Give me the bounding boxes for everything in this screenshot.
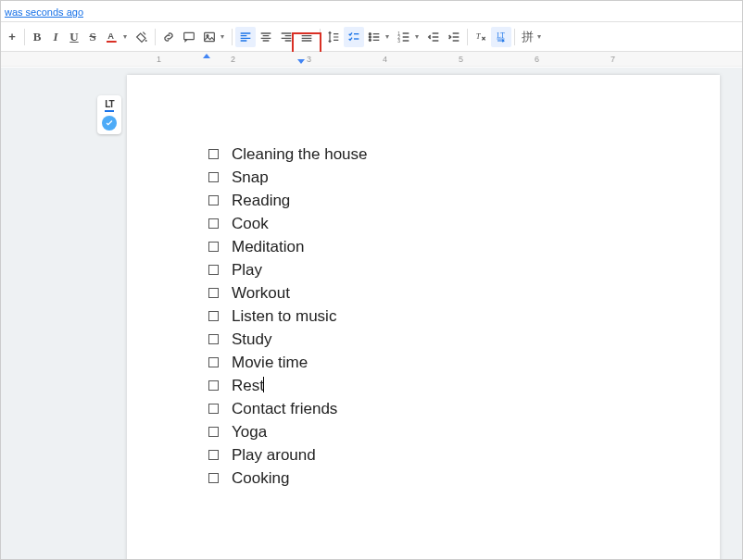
checklist-item-text[interactable]: Cleaning the house: [232, 143, 368, 167]
svg-text:A: A: [107, 31, 114, 41]
numbered-list-button[interactable]: 123: [394, 27, 414, 47]
checklist-item[interactable]: Workout: [208, 282, 368, 305]
align-justify-button[interactable]: [296, 27, 317, 47]
svg-point-2: [145, 40, 147, 42]
ruler-tick: 2: [231, 55, 235, 64]
checklist-item[interactable]: Cook: [208, 213, 368, 236]
checklist-item-text[interactable]: Play: [232, 259, 262, 282]
checkbox-icon[interactable]: [208, 311, 219, 321]
svg-point-8: [369, 39, 371, 41]
lt-icon: LT: [105, 99, 113, 112]
separator: [232, 29, 233, 45]
underline-button[interactable]: U: [65, 27, 83, 47]
ruler-tick: 5: [459, 55, 463, 64]
checklist-button[interactable]: [344, 27, 364, 47]
checklist-item-text[interactable]: Rest: [232, 375, 264, 398]
checkbox-icon[interactable]: [208, 450, 219, 460]
checklist-item-text[interactable]: Meditation: [232, 236, 304, 259]
ruler-tick: 1: [157, 55, 161, 64]
document-content[interactable]: Cleaning the houseSnapReadingCookMeditat…: [208, 143, 368, 491]
checklist-item-text[interactable]: Contact friends: [232, 398, 337, 421]
checklist-item-text[interactable]: Snap: [232, 167, 269, 190]
last-edit-link[interactable]: was seconds ago: [5, 6, 83, 18]
checkbox-icon[interactable]: [208, 149, 219, 159]
image-button[interactable]: [199, 27, 220, 47]
checklist-item-text[interactable]: Movie time: [232, 352, 308, 375]
checklist-item[interactable]: Cleaning the house: [208, 143, 368, 167]
checkbox-icon[interactable]: [208, 334, 219, 344]
checkbox-icon[interactable]: [208, 195, 219, 205]
outdent-button[interactable]: [423, 27, 444, 47]
checklist-item[interactable]: Contact friends: [208, 398, 368, 421]
svg-rect-4: [205, 32, 215, 41]
checklist-item[interactable]: Meditation: [208, 236, 368, 259]
checklist-item[interactable]: Reading: [208, 190, 368, 213]
bold-button[interactable]: B: [28, 27, 46, 47]
ruler-tick: 6: [535, 55, 539, 64]
checklist-item[interactable]: Cooking: [208, 467, 368, 491]
checklist-item-text[interactable]: Cooking: [232, 467, 289, 491]
checklist-item-text[interactable]: Workout: [232, 282, 290, 305]
document-page[interactable]: Cleaning the houseSnapReadingCookMeditat…: [127, 75, 720, 559]
ruler-tick: 7: [611, 55, 615, 64]
workspace: Cleaning the houseSnapReadingCookMeditat…: [1, 68, 742, 559]
checklist-item-text[interactable]: Yoga: [232, 421, 267, 444]
strikethrough-button[interactable]: S: [83, 27, 102, 47]
checklist-item-text[interactable]: Study: [232, 329, 271, 352]
checkbox-icon[interactable]: [208, 172, 219, 182]
checklist-item-text[interactable]: Reading: [232, 190, 290, 213]
align-center-button[interactable]: [256, 27, 276, 47]
svg-text:LT: LT: [497, 31, 505, 39]
checklist-item[interactable]: Play: [208, 259, 368, 282]
toolbar: + B I U S A ▾ ▾ ▾ 123 ▾: [1, 22, 742, 52]
checkbox-icon[interactable]: [208, 357, 219, 367]
align-left-button[interactable]: [235, 27, 256, 47]
pinyin-button[interactable]: 拼: [518, 27, 536, 47]
clear-format-button[interactable]: T: [471, 27, 491, 47]
separator: [155, 29, 156, 45]
checkbox-icon[interactable]: [208, 404, 219, 414]
font-color-button[interactable]: A: [102, 27, 122, 47]
svg-point-6: [369, 32, 371, 34]
ruler-tick: 3: [307, 55, 311, 64]
link-button[interactable]: [158, 27, 179, 47]
separator: [514, 29, 515, 45]
checklist-item-text[interactable]: Listen to music: [232, 305, 336, 329]
bullet-list-button[interactable]: [364, 27, 384, 47]
separator: [24, 29, 25, 45]
svg-text:T: T: [476, 31, 482, 41]
ruler[interactable]: 1234567: [1, 52, 742, 67]
checklist-item[interactable]: Play around: [208, 444, 368, 467]
checkbox-icon[interactable]: [208, 218, 219, 229]
checkbox-icon[interactable]: [208, 380, 219, 391]
line-spacing-button[interactable]: [323, 27, 344, 47]
format-paint-button[interactable]: [132, 27, 152, 47]
checklist-item[interactable]: Snap: [208, 167, 368, 190]
checkbox-icon[interactable]: [208, 427, 219, 437]
checklist-item-text[interactable]: Play around: [232, 444, 316, 467]
language-tool-gadget[interactable]: LT: [97, 95, 121, 134]
check-circle-icon: [102, 116, 117, 131]
separator: [467, 29, 468, 45]
svg-text:3: 3: [397, 39, 400, 44]
indent-button[interactable]: [444, 27, 464, 47]
comment-button[interactable]: [179, 27, 199, 47]
left-indent-marker[interactable]: [297, 59, 305, 64]
first-line-indent-marker[interactable]: [203, 54, 210, 58]
separator: [320, 29, 321, 45]
align-right-button[interactable]: [276, 27, 296, 47]
checkbox-icon[interactable]: [208, 288, 219, 298]
italic-button[interactable]: I: [46, 27, 65, 47]
checkbox-icon[interactable]: [208, 473, 219, 483]
new-button[interactable]: +: [3, 27, 21, 47]
checklist-item[interactable]: Study: [208, 329, 368, 352]
checklist-item[interactable]: Rest: [208, 375, 368, 398]
checkbox-icon[interactable]: [208, 265, 219, 275]
checklist-item[interactable]: Yoga: [208, 421, 368, 444]
text-direction-button[interactable]: LT: [491, 27, 511, 47]
checklist-item-text[interactable]: Cook: [232, 213, 269, 236]
checklist-item[interactable]: Movie time: [208, 352, 368, 375]
svg-rect-3: [184, 32, 195, 39]
checkbox-icon[interactable]: [208, 242, 219, 252]
checklist-item[interactable]: Listen to music: [208, 305, 368, 329]
